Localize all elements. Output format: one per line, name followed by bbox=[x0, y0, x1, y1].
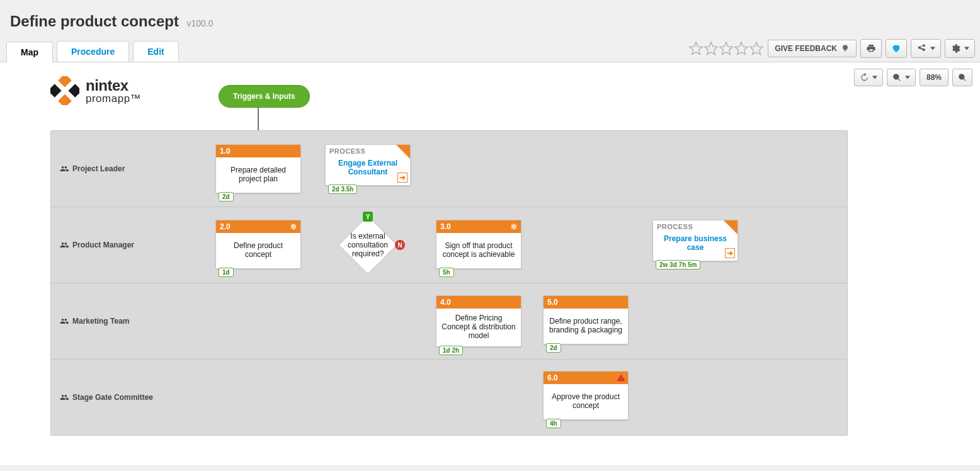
print-button[interactable] bbox=[860, 39, 882, 58]
lane-stage-gate-committee: Stage Gate Committee bbox=[51, 359, 847, 435]
activity-2-0[interactable]: 2.0 Define product concept 1d bbox=[215, 220, 301, 269]
lane-project-leader: Project Leader bbox=[51, 131, 847, 207]
process-duration: 2d 3.5h bbox=[328, 184, 357, 194]
give-feedback-button[interactable]: GIVE FEEDBACK bbox=[768, 40, 857, 57]
alert-icon bbox=[617, 373, 625, 385]
goto-icon[interactable]: ➜ bbox=[397, 173, 407, 183]
star-icon bbox=[688, 41, 704, 56]
activity-6-0[interactable]: 6.0 Approve the product concept 4h bbox=[543, 371, 629, 420]
decision-text: Is external consultation required? bbox=[338, 232, 397, 258]
fold-icon bbox=[396, 145, 410, 159]
activity-duration: 2d bbox=[546, 343, 561, 353]
printer-icon bbox=[866, 43, 876, 54]
activity-title: Define Pricing Concept & distribution mo… bbox=[440, 314, 517, 340]
share-icon bbox=[916, 43, 926, 54]
activity-duration: 1d bbox=[219, 268, 234, 277]
favorite-button[interactable] bbox=[886, 39, 907, 58]
process-title: Engage External Consultant bbox=[338, 159, 397, 176]
gear-icon bbox=[510, 223, 517, 230]
logo-text-1: nintex bbox=[86, 78, 141, 93]
process-title: Prepare business case bbox=[664, 234, 727, 252]
svg-rect-2 bbox=[50, 84, 62, 98]
gear-icon bbox=[950, 43, 960, 54]
process-engage-external[interactable]: PROCESS Engage External Consultant ➜ 2d … bbox=[325, 144, 411, 186]
process-duration: 2w 3d 7h 5m bbox=[656, 260, 700, 270]
activity-number: 3.0 bbox=[440, 222, 451, 231]
decision-no: N bbox=[395, 240, 405, 250]
activity-number: 4.0 bbox=[440, 298, 451, 307]
gear-icon bbox=[289, 223, 297, 230]
history-button[interactable] bbox=[854, 69, 883, 86]
lane-label: Product Manager bbox=[72, 241, 134, 249]
settings-button[interactable] bbox=[945, 39, 975, 58]
people-icon bbox=[60, 393, 69, 402]
activity-title: Sign off that product concept is achieva… bbox=[440, 241, 517, 259]
zoom-in-icon bbox=[958, 73, 967, 82]
fold-icon bbox=[724, 220, 738, 234]
activity-3-0[interactable]: 3.0 Sign off that product concept is ach… bbox=[436, 220, 521, 269]
tab-procedure[interactable]: Procedure bbox=[57, 41, 129, 62]
swimlanes: Project Leader Product Manager Marketing… bbox=[50, 130, 848, 436]
activity-duration: 2d bbox=[219, 192, 234, 201]
star-icon bbox=[704, 41, 719, 56]
logo-text-2: promapp bbox=[86, 93, 130, 105]
page-title: Define product concept bbox=[10, 13, 179, 30]
activity-title: Define product concept bbox=[220, 241, 297, 259]
history-icon bbox=[860, 73, 869, 82]
chevron-down-icon bbox=[964, 46, 969, 51]
lane-label: Project Leader bbox=[72, 164, 125, 173]
chevron-down-icon bbox=[930, 46, 935, 51]
activity-5-0[interactable]: 5.0 Define product range, branding & pac… bbox=[543, 295, 629, 344]
lane-label: Marketing Team bbox=[72, 317, 129, 326]
tab-map[interactable]: Map bbox=[6, 42, 53, 62]
activity-number: 6.0 bbox=[547, 373, 558, 382]
tab-edit[interactable]: Edit bbox=[133, 41, 178, 62]
svg-rect-0 bbox=[58, 76, 72, 88]
star-icon bbox=[719, 41, 734, 56]
people-icon bbox=[60, 164, 69, 173]
logo-tm: ™ bbox=[130, 93, 142, 105]
activity-duration: 1d 2h bbox=[439, 346, 463, 355]
activity-number: 5.0 bbox=[547, 298, 558, 307]
zoom-level[interactable]: 88% bbox=[920, 69, 949, 86]
activity-title: Prepare detailed project plan bbox=[220, 166, 297, 183]
people-icon bbox=[60, 241, 69, 249]
star-rating[interactable] bbox=[688, 41, 764, 56]
lane-label: Stage Gate Committee bbox=[72, 393, 153, 402]
star-icon bbox=[734, 41, 749, 56]
people-icon bbox=[60, 317, 69, 326]
activity-duration: 4h bbox=[546, 419, 561, 428]
decision-external-consultation[interactable]: Is external consultation required? Y N bbox=[333, 214, 402, 276]
nintex-logo-icon bbox=[50, 76, 79, 105]
svg-rect-3 bbox=[58, 94, 72, 105]
tab-bar: Map Procedure Edit GIVE FEEDBACK bbox=[0, 30, 980, 62]
activity-title: Define product range, branding & packagi… bbox=[547, 317, 624, 334]
trigger-node[interactable]: Triggers & Inputs bbox=[219, 85, 310, 108]
activity-title: Approve the product concept bbox=[547, 392, 624, 410]
chevron-down-icon bbox=[872, 75, 877, 80]
process-business-case[interactable]: PROCESS Prepare business case ➜ 2w 3d 7h… bbox=[652, 220, 738, 261]
goto-icon[interactable]: ➜ bbox=[725, 248, 735, 258]
zoom-out-icon bbox=[892, 73, 901, 82]
heart-icon bbox=[891, 43, 901, 54]
activity-duration: 5h bbox=[439, 268, 454, 277]
activity-number: 1.0 bbox=[220, 147, 231, 156]
activity-number: 2.0 bbox=[220, 222, 231, 231]
diagram-canvas[interactable]: nintex promapp™ Triggers & Inputs bbox=[6, 62, 974, 465]
chevron-down-icon bbox=[905, 75, 910, 80]
zoom-in-button[interactable] bbox=[952, 69, 972, 86]
decision-yes: Y bbox=[363, 212, 373, 222]
star-icon bbox=[749, 41, 764, 56]
activity-1-0[interactable]: 1.0 Prepare detailed project plan 2d bbox=[215, 144, 301, 193]
logo: nintex promapp™ bbox=[50, 76, 141, 105]
activity-4-0[interactable]: 4.0 Define Pricing Concept & distributio… bbox=[436, 295, 521, 347]
zoom-out-button[interactable] bbox=[887, 69, 916, 86]
svg-rect-1 bbox=[68, 84, 79, 98]
lightbulb-icon bbox=[841, 44, 850, 53]
share-button[interactable] bbox=[911, 39, 941, 58]
feedback-label: GIVE FEEDBACK bbox=[775, 44, 837, 53]
version-label: v100.0 bbox=[186, 18, 213, 28]
